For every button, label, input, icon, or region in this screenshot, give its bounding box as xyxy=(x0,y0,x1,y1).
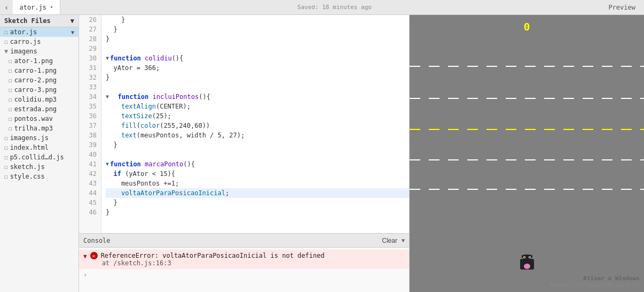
clear-button[interactable]: Clear xyxy=(382,237,397,244)
error-location: at /sketch.js:16:3 xyxy=(101,259,325,267)
sidebar-item-imagens-folder[interactable]: ▼ imagens xyxy=(0,47,78,56)
code-line xyxy=(106,82,409,92)
error-message-cont: defined xyxy=(297,252,325,259)
sidebar-label: estrada.png xyxy=(14,105,57,113)
code-line: } xyxy=(106,73,409,82)
windows-watermark-line1: Ativar o Windows xyxy=(549,275,640,282)
console-area: Console Clear ▼ ▼ ✕ ReferenceError: volt… xyxy=(79,233,409,292)
error-triangle-icon: ▼ xyxy=(83,253,87,260)
tab-dirty: • xyxy=(50,4,53,11)
svg-point-7 xyxy=(524,257,525,258)
console-cursor-icon: › xyxy=(83,271,87,279)
code-line-highlighted: voltaAtorParaPosicaoInicial; xyxy=(106,188,409,198)
sidebar-item-carro-3-png[interactable]: ☐ carro-3.png xyxy=(0,85,78,95)
sidebar-label: pontos.wav xyxy=(14,115,53,122)
sidebar-item-carro-js[interactable]: ☐ carro.js xyxy=(0,37,78,47)
file-icon: ☐ xyxy=(9,116,12,122)
road-lane-3 xyxy=(410,159,644,160)
file-icon: ☐ xyxy=(4,164,8,171)
file-icon: ☐ xyxy=(9,125,12,132)
sidebar-label: carro.js xyxy=(10,38,41,45)
file-icon: ☐ xyxy=(9,67,12,74)
sidebar-label: index.html xyxy=(10,144,49,151)
file-icon: ☐ xyxy=(4,29,8,36)
road-canvas: 0 xyxy=(410,15,644,292)
folder-open-icon: ▼ xyxy=(4,48,8,55)
sidebar-title: Sketch Files xyxy=(4,17,51,25)
sidebar-label: style.css xyxy=(10,173,45,180)
score-display: 0 xyxy=(523,20,530,33)
sidebar-item-p5-collid-js[interactable]: ☐ p5.collid…d.js xyxy=(0,152,78,162)
console-header-right: Clear ▼ xyxy=(382,237,405,244)
sidebar-item-index-html[interactable]: ☐ index.html xyxy=(0,143,78,152)
road-lane-4 xyxy=(410,189,644,190)
svg-point-8 xyxy=(529,257,530,258)
console-cursor-row[interactable]: › xyxy=(79,269,409,281)
code-line: } xyxy=(106,25,409,34)
sidebar-label: colidiu.mp3 xyxy=(14,96,57,103)
windows-watermark: Ativar o Windows Acesse Configurações pa… xyxy=(549,275,640,288)
file-icon: ☐ xyxy=(4,39,8,45)
error-text: ReferenceError: voltaAtorParaPosicaoInic… xyxy=(101,252,325,267)
active-indicator: ▼ xyxy=(71,29,74,35)
sidebar-label: carro-2.png xyxy=(14,76,57,84)
main-content: Sketch Files ▼ ☐ ator.js ▼ ☐ carro.js ▼ … xyxy=(0,15,644,292)
error-message: ReferenceError: voltaAtorParaPosicaoInic… xyxy=(101,252,294,259)
saved-status: Saved: 18 minutes ago xyxy=(60,4,608,11)
code-line: } xyxy=(106,208,409,217)
svg-point-4 xyxy=(524,264,530,269)
code-line xyxy=(106,44,409,53)
code-line: } xyxy=(106,15,409,25)
code-lines[interactable]: } } } ▼ function colidiu(){ yAtor = 366;… xyxy=(101,15,409,233)
sidebar-item-trilha-mp3[interactable]: ☐ trilha.mp3 xyxy=(0,124,78,133)
console-body: ▼ ✕ ReferenceError: voltaAtorParaPosicao… xyxy=(79,248,409,292)
error-x-icon: ✕ xyxy=(90,252,98,259)
console-label: Console xyxy=(83,237,111,244)
sidebar-item-ator-1-png[interactable]: ☐ ator-1.png xyxy=(0,56,78,66)
code-line: text(meusPontos, width / 5, 27); xyxy=(106,130,409,140)
code-line xyxy=(106,150,409,159)
sidebar-item-carro-1-png[interactable]: ☐ carro-1.png xyxy=(0,66,78,75)
chevron-down-icon[interactable]: ▼ xyxy=(402,237,405,243)
sidebar-item-ator-js[interactable]: ☐ ator.js ▼ xyxy=(0,27,78,37)
file-icon: ☐ xyxy=(9,87,12,94)
sidebar-item-imagens-js[interactable]: ☐ imagens.js xyxy=(0,133,78,143)
file-icon: ☐ xyxy=(4,154,8,161)
file-icon: ☐ xyxy=(4,173,8,180)
file-icon: ☐ xyxy=(9,96,12,103)
line-numbers: 26 27 28 29 30 31 32 33 34 35 36 37 38 3… xyxy=(79,15,101,233)
sidebar-label: carro-3.png xyxy=(14,86,57,94)
preview-label: Preview xyxy=(608,4,644,11)
file-icon: ☐ xyxy=(9,77,12,84)
editor-tab[interactable]: ator.js• xyxy=(13,0,60,14)
sidebar-label: imagens.js xyxy=(10,134,49,142)
sidebar-item-style-css[interactable]: ☐ style.css xyxy=(0,172,78,181)
top-bar: ‹ ator.js• Saved: 18 minutes ago Preview xyxy=(0,0,644,15)
code-line: } xyxy=(106,140,409,150)
sidebar-label: carro-1.png xyxy=(14,67,57,74)
code-line: } xyxy=(106,34,409,44)
sidebar-label: imagens xyxy=(10,48,37,55)
sidebar-item-pontos-wav[interactable]: ☐ pontos.wav xyxy=(0,114,78,124)
sidebar-item-carro-2-png[interactable]: ☐ carro-2.png xyxy=(0,75,78,85)
code-editor[interactable]: 26 27 28 29 30 31 32 33 34 35 36 37 38 3… xyxy=(79,15,409,233)
sidebar-label: sketch.js xyxy=(10,163,45,171)
file-icon: ☐ xyxy=(9,58,12,65)
sidebar-item-sketch-js[interactable]: ☐ sketch.js xyxy=(0,162,78,172)
code-line: } xyxy=(106,198,409,208)
sidebar-collapse-icon[interactable]: ▼ xyxy=(70,17,74,25)
sidebar-label: ator-1.png xyxy=(14,57,53,65)
sidebar-item-estrada-png[interactable]: ☐ estrada.png xyxy=(0,104,78,114)
sidebar-label: p5.collid…d.js xyxy=(10,153,64,161)
car-sprite xyxy=(519,255,535,272)
windows-watermark-line2: Acesse Configurações para at xyxy=(549,282,640,288)
road-lane-2 xyxy=(410,98,644,99)
sidebar-label: trilha.mp3 xyxy=(14,125,53,132)
back-arrow[interactable]: ‹ xyxy=(0,3,13,12)
code-line: yAtor = 366; xyxy=(106,63,409,73)
console-header: Console Clear ▼ xyxy=(79,234,409,248)
error-row: ▼ ✕ ReferenceError: voltaAtorParaPosicao… xyxy=(79,250,409,269)
code-line: textAlign(CENTER); xyxy=(106,102,409,111)
sidebar-item-colidiu-mp3[interactable]: ☐ colidiu.mp3 xyxy=(0,95,78,104)
road-lane-yellow xyxy=(410,129,644,130)
